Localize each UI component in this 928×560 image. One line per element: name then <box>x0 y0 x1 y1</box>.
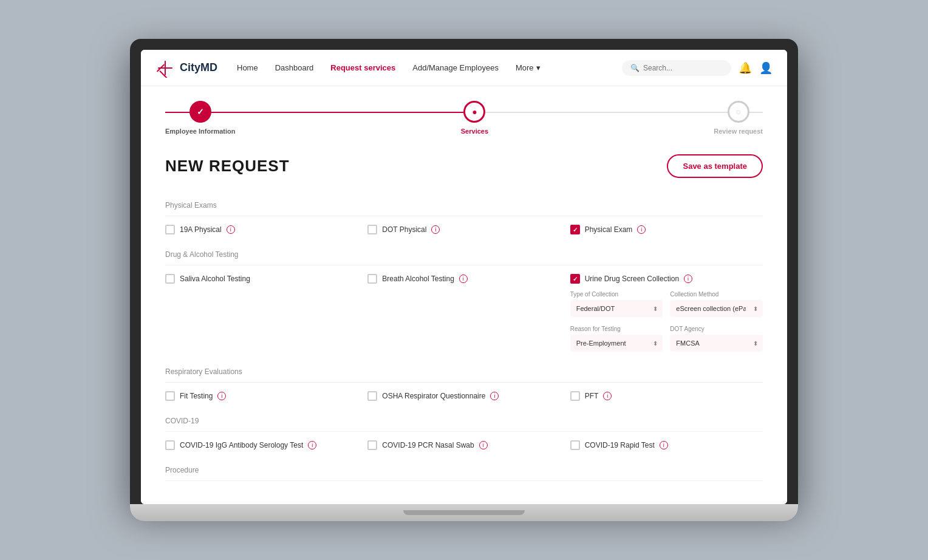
section-label-physical-exams: Physical Exams <box>165 195 763 216</box>
label-saliva-alcohol: Saliva Alcohol Testing <box>180 275 250 283</box>
info-icon-covid-pcr[interactable]: i <box>479 441 488 449</box>
label-covid-pcr: COVID-19 PCR Nasal Swab <box>382 441 474 449</box>
nav-right: 🔍 🔔 👤 <box>622 60 773 76</box>
checkbox-dot-physical[interactable] <box>367 225 377 234</box>
label-dot-physical: DOT Physical <box>382 225 426 234</box>
progress-bar: ✓ Employee Information ● Services ○ Revi… <box>165 101 763 135</box>
type-of-collection-wrapper: Federal/DOT Non-DOT <box>570 300 663 317</box>
info-icon-pft[interactable]: i <box>603 392 612 400</box>
info-icon-breath-alcohol[interactable]: i <box>459 275 468 283</box>
option-osha: OSHA Respirator Questionnaire i <box>367 391 560 401</box>
label-breath-alcohol: Breath Alcohol Testing <box>382 275 454 283</box>
option-pft: PFT i <box>570 391 763 401</box>
dot-agency-group: DOT Agency FMCSA FAA FRA <box>670 326 763 352</box>
page-title: NEW REQUEST <box>165 157 290 176</box>
drug-form-row-2: Reason for Testing Pre-Employment Random… <box>570 326 763 352</box>
search-input[interactable] <box>643 64 723 72</box>
notification-bell-icon[interactable]: 🔔 <box>739 61 752 75</box>
type-of-collection-group: Type of Collection Federal/DOT Non-DOT <box>570 291 663 317</box>
option-covid-pcr: COVID-19 PCR Nasal Swab i <box>367 440 560 450</box>
checkbox-19a-physical[interactable] <box>165 225 175 234</box>
option-fit-testing: Fit Testing i <box>165 391 358 401</box>
checkbox-pft[interactable] <box>570 391 580 401</box>
drug-options-row: Saliva Alcohol Testing Breath Alcohol Te… <box>165 274 763 352</box>
checkbox-covid-pcr[interactable] <box>367 440 377 450</box>
checkbox-covid-rapid[interactable] <box>570 440 580 450</box>
laptop-container: CityMD Home Dashboard Request services A… <box>130 39 798 521</box>
section-label-respiratory: Respiratory Evaluations <box>165 361 763 383</box>
save-template-button[interactable]: Save as template <box>667 154 763 178</box>
reason-for-testing-select[interactable]: Pre-Employment Random Post-Accident <box>570 335 663 352</box>
label-osha: OSHA Respirator Questionnaire <box>382 392 485 400</box>
label-fit-testing: Fit Testing <box>180 392 213 400</box>
laptop-base <box>130 504 798 521</box>
checkbox-saliva-alcohol[interactable] <box>165 274 175 284</box>
step-circle-2: ● <box>463 101 485 123</box>
collection-method-wrapper: eScreen collection (ePassport mus <box>670 300 763 317</box>
logo-text: CityMD <box>180 61 217 74</box>
nav-request-services[interactable]: Request services <box>330 63 395 72</box>
option-dot-physical: DOT Physical i <box>367 225 560 234</box>
checkbox-breath-alcohol[interactable] <box>367 274 377 284</box>
type-of-collection-label: Type of Collection <box>570 291 663 298</box>
type-of-collection-select[interactable]: Federal/DOT Non-DOT <box>570 300 663 317</box>
dot-agency-select[interactable]: FMCSA FAA FRA <box>670 335 763 352</box>
info-icon-fit-testing[interactable]: i <box>217 392 226 400</box>
covid-options: COVID-19 IgG Antibody Serology Test i CO… <box>165 440 763 450</box>
nav-links: Home Dashboard Request services Add/Mana… <box>237 63 622 72</box>
dot-agency-label: DOT Agency <box>670 326 763 332</box>
user-avatar-icon[interactable]: 👤 <box>759 61 773 75</box>
info-icon-covid-igg[interactable]: i <box>308 441 316 449</box>
option-19a-physical: 19A Physical i <box>165 225 358 234</box>
step-label-1: Employee Information <box>165 128 236 135</box>
collection-method-group: Collection Method eScreen collection (eP… <box>670 291 763 317</box>
drug-col-2: Breath Alcohol Testing i <box>367 274 560 284</box>
step-review: ○ Review request <box>714 101 763 135</box>
screen-bezel: CityMD Home Dashboard Request services A… <box>130 39 798 504</box>
chevron-down-icon: ▾ <box>536 63 541 72</box>
checkbox-covid-igg[interactable] <box>165 440 175 450</box>
nav-dashboard[interactable]: Dashboard <box>275 63 314 72</box>
info-icon-osha[interactable]: i <box>490 392 499 400</box>
checkbox-fit-testing[interactable] <box>165 391 175 401</box>
info-icon-19a[interactable]: i <box>227 225 235 234</box>
step-label-3: Review request <box>714 128 763 135</box>
collection-method-select[interactable]: eScreen collection (ePassport mus <box>670 300 763 317</box>
section-label-drug-testing: Drug & Alcohol Testing <box>165 244 763 265</box>
page-header: NEW REQUEST Save as template <box>165 154 763 178</box>
logo: CityMD <box>155 58 217 78</box>
reason-for-testing-label: Reason for Testing <box>570 326 663 332</box>
label-covid-igg: COVID-19 IgG Antibody Serology Test <box>180 441 303 449</box>
label-pft: PFT <box>585 392 599 400</box>
checkbox-osha[interactable] <box>367 391 377 401</box>
drug-form-row-1: Type of Collection Federal/DOT Non-DOT <box>570 291 763 317</box>
laptop-screen: CityMD Home Dashboard Request services A… <box>141 50 787 504</box>
search-icon: 🔍 <box>630 64 640 72</box>
label-19a-physical: 19A Physical <box>180 225 222 234</box>
info-icon-urine-drug[interactable]: i <box>684 275 692 283</box>
laptop-notch <box>403 510 525 515</box>
label-physical-exam: Physical Exam <box>585 225 633 234</box>
drug-col-3: Urine Drug Screen Collection i Type of C… <box>570 274 763 352</box>
nav-more-label: More <box>516 63 534 72</box>
checkbox-urine-drug[interactable] <box>570 274 580 284</box>
nav-manage-employees[interactable]: Add/Manage Employees <box>412 63 499 72</box>
reason-for-testing-wrapper: Pre-Employment Random Post-Accident <box>570 335 663 352</box>
nav-home[interactable]: Home <box>237 63 258 72</box>
checkbox-physical-exam[interactable] <box>570 225 580 234</box>
main-content: ✓ Employee Information ● Services ○ Revi… <box>141 86 787 504</box>
info-icon-physical-exam[interactable]: i <box>637 225 646 234</box>
option-saliva-alcohol: Saliva Alcohol Testing <box>165 274 358 284</box>
drug-col-1: Saliva Alcohol Testing <box>165 274 358 284</box>
info-icon-covid-rapid[interactable]: i <box>660 441 668 449</box>
option-covid-igg: COVID-19 IgG Antibody Serology Test i <box>165 440 358 450</box>
search-box[interactable]: 🔍 <box>622 60 731 76</box>
nav-more-button[interactable]: More ▾ <box>516 63 541 72</box>
step-services: ● Services <box>461 101 488 135</box>
respiratory-options: Fit Testing i OSHA Respirator Questionna… <box>165 391 763 401</box>
info-icon-dot[interactable]: i <box>431 225 440 234</box>
option-breath-alcohol: Breath Alcohol Testing i <box>367 274 560 284</box>
section-label-procedure: Procedure <box>165 460 763 481</box>
option-urine-drug: Urine Drug Screen Collection i <box>570 274 763 284</box>
label-urine-drug: Urine Drug Screen Collection <box>585 275 679 283</box>
